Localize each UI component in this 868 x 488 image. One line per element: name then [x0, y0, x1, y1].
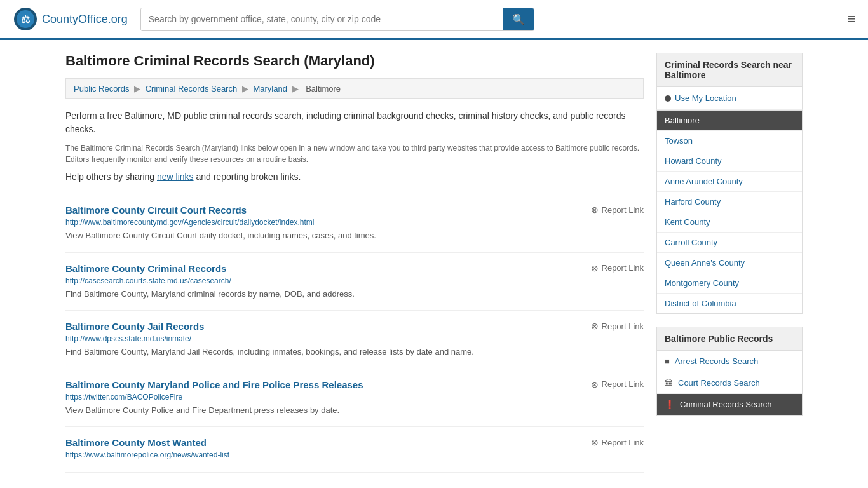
location-icon — [665, 95, 671, 102]
nearby-section: Criminal Records Search near Baltimore U… — [656, 53, 803, 314]
record-url-4[interactable]: https://www.baltimorepolice.org/news/wan… — [65, 451, 644, 459]
report-label-3: Report Link — [602, 379, 644, 389]
record-title-0[interactable]: Baltimore County Circuit Court Records — [65, 205, 247, 215]
logo[interactable]: ⚖ CountyOffice.org — [13, 6, 128, 32]
record-item: Baltimore County Most Wanted ⊗ Report Li… — [65, 427, 644, 473]
report-link-1[interactable]: ⊗ Report Link — [591, 263, 644, 273]
nearby-link-4[interactable]: Harford County — [657, 192, 802, 212]
nearby-link-6[interactable]: Carroll County — [657, 233, 802, 253]
public-records-list: ■Arrest Records Search🏛Court Records Sea… — [656, 350, 803, 416]
record-title-3[interactable]: Baltimore County Maryland Police and Fir… — [65, 379, 363, 390]
report-icon-3: ⊗ — [591, 379, 599, 390]
use-location[interactable]: Use My Location — [656, 86, 803, 110]
logo-icon: ⚖ — [13, 6, 38, 32]
record-desc-2: Find Baltimore County, Maryland Jail Rec… — [65, 346, 644, 358]
record-url-0[interactable]: http://www.baltimorecountymd.gov/Agencie… — [65, 218, 644, 227]
report-label-0: Report Link — [602, 205, 644, 215]
nearby-item: Anne Arundel County — [657, 172, 802, 192]
public-records-item: ■Arrest Records Search — [657, 351, 802, 372]
record-desc-1: Find Baltimore County, Maryland criminal… — [65, 288, 644, 301]
report-icon-4: ⊗ — [591, 437, 599, 447]
public-records-header: Baltimore Public Records — [656, 327, 803, 350]
disclaimer-text: The Baltimore Criminal Records Search (M… — [65, 142, 644, 165]
nearby-link-8[interactable]: Montgomery County — [657, 273, 802, 294]
menu-button[interactable]: ≡ — [847, 11, 855, 27]
nearby-item: Towson — [657, 131, 802, 151]
report-link-0[interactable]: ⊗ Report Link — [591, 205, 644, 215]
records-list: Baltimore County Circuit Court Records ⊗… — [65, 194, 644, 473]
nearby-item: Baltimore — [657, 111, 802, 131]
help-text: Help others by sharing new links and rep… — [65, 172, 644, 182]
pub-rec-label-2: Criminal Records Search — [680, 400, 772, 409]
nearby-item: Kent County — [657, 212, 802, 233]
report-icon-0: ⊗ — [591, 205, 599, 215]
pub-rec-icon-1: 🏛 — [665, 378, 673, 388]
public-records-section: Baltimore Public Records ■Arrest Records… — [656, 327, 803, 416]
report-label-1: Report Link — [602, 263, 644, 273]
search-input[interactable] — [141, 8, 503, 30]
page-title: Baltimore Criminal Records Search (Maryl… — [65, 53, 644, 69]
search-button[interactable]: 🔍 — [503, 8, 534, 30]
pub-rec-link-1[interactable]: 🏛Court Records Search — [657, 372, 802, 393]
intro-text: Perform a free Baltimore, MD public crim… — [65, 109, 644, 136]
public-records-item: 🏛Court Records Search — [657, 372, 802, 394]
nearby-link-9[interactable]: District of Columbia — [657, 294, 802, 313]
nearby-list: BaltimoreTowsonHoward CountyAnne Arundel… — [656, 110, 803, 314]
breadcrumb: Public Records ▶ Criminal Records Search… — [65, 78, 644, 99]
pub-rec-icon-0: ■ — [665, 356, 670, 366]
breadcrumb-public-records[interactable]: Public Records — [74, 84, 129, 93]
report-link-2[interactable]: ⊗ Report Link — [591, 321, 644, 331]
new-links[interactable]: new links — [157, 172, 194, 182]
sidebar: Criminal Records Search near Baltimore U… — [656, 53, 803, 473]
nearby-link-2[interactable]: Howard County — [657, 151, 802, 172]
svg-text:⚖: ⚖ — [21, 14, 31, 25]
record-desc-0: View Baltimore County Circuit Court dail… — [65, 229, 644, 242]
pub-rec-label-1: Court Records Search — [678, 378, 760, 388]
report-label-2: Report Link — [602, 322, 644, 331]
report-link-4[interactable]: ⊗ Report Link — [591, 437, 644, 447]
nearby-link-5[interactable]: Kent County — [657, 212, 802, 233]
nearby-item: Harford County — [657, 192, 802, 212]
report-icon-1: ⊗ — [591, 263, 599, 273]
nearby-link-1[interactable]: Towson — [657, 131, 802, 151]
public-records-item: ❗Criminal Records Search — [657, 394, 802, 415]
record-item: Baltimore County Maryland Police and Fir… — [65, 369, 644, 428]
nearby-item: Queen Anne's County — [657, 253, 802, 273]
nearby-item: Montgomery County — [657, 273, 802, 294]
pub-rec-link-2[interactable]: ❗Criminal Records Search — [657, 394, 802, 415]
nearby-item: Carroll County — [657, 233, 802, 253]
report-label-4: Report Link — [602, 438, 644, 447]
nearby-item: District of Columbia — [657, 294, 802, 313]
nearby-header: Criminal Records Search near Baltimore — [656, 53, 803, 86]
report-icon-2: ⊗ — [591, 321, 599, 331]
record-item: Baltimore County Criminal Records ⊗ Repo… — [65, 253, 644, 311]
nearby-item: Howard County — [657, 151, 802, 172]
record-url-2[interactable]: http://www.dpscs.state.md.us/inmate/ — [65, 334, 644, 343]
breadcrumb-criminal-records[interactable]: Criminal Records Search — [146, 84, 238, 93]
nearby-link-3[interactable]: Anne Arundel County — [657, 172, 802, 192]
record-title-1[interactable]: Baltimore County Criminal Records — [65, 263, 226, 274]
search-bar: 🔍 — [140, 8, 534, 31]
record-url-3[interactable]: https://twitter.com/BACOPoliceFire — [65, 393, 644, 402]
pub-rec-icon-2: ❗ — [665, 400, 675, 409]
breadcrumb-maryland[interactable]: Maryland — [253, 84, 287, 93]
breadcrumb-current: Baltimore — [306, 84, 341, 93]
record-title-2[interactable]: Baltimore County Jail Records — [65, 321, 204, 332]
nearby-link-7[interactable]: Queen Anne's County — [657, 253, 802, 273]
record-url-1[interactable]: http://casesearch.courts.state.md.us/cas… — [65, 276, 644, 285]
pub-rec-link-0[interactable]: ■Arrest Records Search — [657, 351, 802, 372]
logo-text: CountyOffice.org — [42, 13, 128, 26]
report-link-3[interactable]: ⊗ Report Link — [591, 379, 644, 390]
record-item: Baltimore County Circuit Court Records ⊗… — [65, 194, 644, 253]
record-title-4[interactable]: Baltimore County Most Wanted — [65, 437, 207, 448]
record-desc-3: View Baltimore County Police and Fire De… — [65, 404, 644, 417]
record-item: Baltimore County Jail Records ⊗ Report L… — [65, 311, 644, 369]
nearby-link-0[interactable]: Baltimore — [657, 111, 802, 131]
pub-rec-label-0: Arrest Records Search — [675, 356, 759, 366]
